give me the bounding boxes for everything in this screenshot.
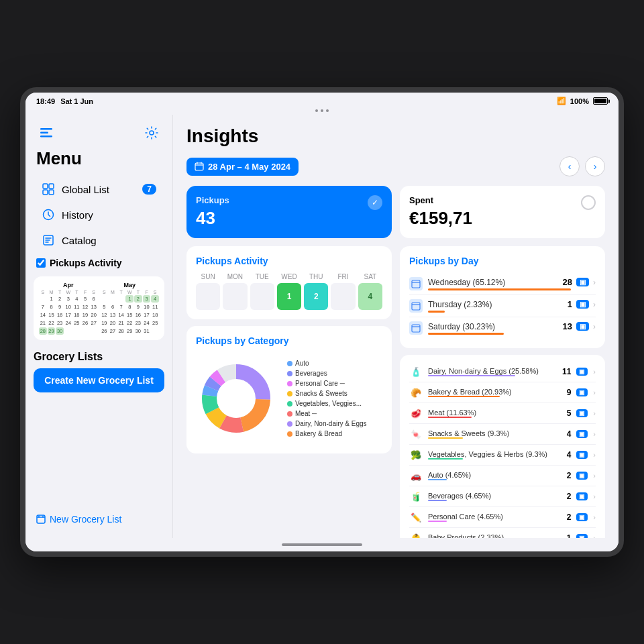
vegetables-badge: ▣ <box>576 451 588 459</box>
auto-name: Auto (4.65%) <box>428 471 552 479</box>
auto-count: 2 <box>557 471 571 480</box>
meat-count: 5 <box>557 409 571 418</box>
week-day-thu: THU 2 <box>304 273 328 310</box>
cat-row-snacks[interactable]: 🍬 Snacks & Sweets (9.3%) 4 ▣ › <box>409 424 596 445</box>
cat-row-personal-care[interactable]: ✏️ Personal Care (4.65%) 2 ▣ › <box>409 507 596 528</box>
day-row-saturday[interactable]: Saturday (30.23%) 13 ▣ › <box>409 317 596 339</box>
thursday-name: Thursday (2.33%) <box>428 300 552 309</box>
calendar-widget: Apr SMTWTFS 123456 78910111213 141516171… <box>34 276 164 340</box>
status-bar: 18:49 Sat 1 Jun 📶 100% <box>25 93 619 109</box>
dairy-bar <box>428 375 515 376</box>
cat-row-meat[interactable]: 🥩 Meat (11.63%) 5 ▣ › <box>409 403 596 424</box>
meat-chevron: › <box>593 409 596 417</box>
spent-stat-title: Spent <box>409 195 596 205</box>
vegetables-bar <box>428 458 463 460</box>
status-date: Sat 1 Jun <box>60 97 93 105</box>
legend-snacks: Snacks & Sweets <box>287 390 367 397</box>
thursday-badge: ▣ <box>576 300 589 309</box>
bakery-count: 9 <box>557 388 571 397</box>
new-grocery-list-link[interactable]: New Grocery List <box>25 508 172 530</box>
prev-period-button[interactable]: ‹ <box>559 156 580 176</box>
week-day-wed: WED 1 <box>277 273 301 310</box>
spent-circle-icon <box>581 195 596 210</box>
next-period-button[interactable]: › <box>585 156 605 176</box>
pickups-stat-title: Pickups <box>196 195 382 205</box>
pickups-activity-title: Pickups Activity <box>196 256 382 266</box>
main-content: Insights 28 Apr – 4 May 2024 ‹ › <box>173 115 619 538</box>
bakery-chevron: › <box>593 388 596 396</box>
pickups-activity-card: Pickups Activity SUN MON TUE <box>186 246 392 319</box>
cat-row-beverages[interactable]: 🧃 Beverages (4.65%) 2 ▣ › <box>409 486 596 507</box>
svg-rect-24 <box>412 325 420 332</box>
settings-icon[interactable] <box>142 123 162 143</box>
calendar-checkbox[interactable] <box>36 258 46 268</box>
date-range-text: 28 Apr – 4 May 2024 <box>208 162 290 172</box>
wednesday-icon <box>409 277 423 290</box>
day-row-wednesday[interactable]: Wednesday (65.12%) 28 ▣ › <box>409 273 596 295</box>
beverages-count: 2 <box>557 492 571 501</box>
legend-auto: Auto <box>287 360 367 367</box>
global-list-icon <box>42 182 55 196</box>
new-grocery-list-label: New Grocery List <box>50 514 121 525</box>
beverages-icon: 🧃 <box>409 490 423 503</box>
dairy-chevron: › <box>593 368 596 376</box>
day-row-thursday[interactable]: Thursday (2.33%) 1 ▣ › <box>409 295 596 317</box>
pickups-by-day-card: Pickups by Day Wednesday (65.12%) 28 ▣ <box>400 246 605 348</box>
meat-bar <box>428 417 472 418</box>
bakery-badge: ▣ <box>576 388 588 396</box>
baby-icon: 👶 <box>409 531 423 538</box>
pickups-stat-card: Pickups 43 ✓ <box>186 186 392 238</box>
new-grocery-list-icon <box>36 515 46 524</box>
cat-row-bakery[interactable]: 🥐 Bakery & Bread (20.93%) 9 ▣ › <box>409 382 596 403</box>
sidebar-item-catalog[interactable]: Catalog <box>31 228 167 252</box>
personal-care-badge: ▣ <box>576 513 588 521</box>
sidebar-toggle-button[interactable] <box>36 123 56 143</box>
calendar-icon <box>195 162 204 171</box>
auto-icon: 🚗 <box>409 469 423 482</box>
cat-row-vegetables[interactable]: 🥦 Vegetables, Veggies & Herbs (9.3%) 4 ▣… <box>409 445 596 466</box>
grocery-section: Grocery Lists Create New Grocery List <box>25 345 172 398</box>
svg-rect-23 <box>412 303 420 310</box>
auto-bar <box>428 479 447 480</box>
cat-row-baby[interactable]: 👶 Baby Products (2.33%) 1 ▣ › <box>409 528 596 538</box>
global-list-label: Global List <box>62 184 136 195</box>
cat-row-dairy[interactable]: 🧴 Dairy, Non-dairy & Eggs (25.58%) 11 ▣ … <box>409 362 596 382</box>
legend-dairy: Dairy, Non-dairy & Eggs <box>287 420 367 427</box>
svg-rect-7 <box>49 190 54 195</box>
personal-care-icon: ✏️ <box>409 511 423 524</box>
sidebar-item-global-list[interactable]: Global List 7 <box>31 177 167 201</box>
history-label: History <box>62 209 156 221</box>
pickups-stat-value: 43 <box>196 208 382 229</box>
wednesday-count: 28 <box>556 277 572 287</box>
personal-care-bar <box>428 521 447 522</box>
personal-care-chevron: › <box>593 513 596 521</box>
dairy-name: Dairy, Non-dairy & Eggs (25.58%) <box>428 367 552 375</box>
wifi-icon: 📶 <box>557 97 566 105</box>
personal-care-name: Personal Care (4.65%) <box>428 513 552 521</box>
saturday-name: Saturday (30.23%) <box>428 322 552 331</box>
dairy-icon: 🧴 <box>409 365 423 378</box>
calendar-section-header: Pickups Activity <box>25 254 172 271</box>
dairy-badge: ▣ <box>576 368 588 376</box>
pickups-by-category-title: Pickups by Category <box>196 335 382 346</box>
svg-rect-11 <box>195 163 203 170</box>
sidebar-item-history[interactable]: History <box>31 203 167 227</box>
create-grocery-list-button[interactable]: Create New Grocery List <box>34 368 164 392</box>
svg-rect-10 <box>37 515 45 523</box>
cat-row-auto[interactable]: 🚗 Auto (4.65%) 2 ▣ › <box>409 466 596 486</box>
snacks-bar <box>428 437 463 439</box>
bakery-icon: 🥐 <box>409 386 423 399</box>
svg-rect-6 <box>43 190 48 195</box>
pickups-by-category-card: Pickups by Category <box>186 326 392 453</box>
wednesday-bar <box>428 288 571 290</box>
legend-meat: Meat ─ <box>287 410 367 417</box>
saturday-icon <box>409 321 423 335</box>
personal-care-count: 2 <box>557 513 571 522</box>
wednesday-name: Wednesday (65.12%) <box>428 278 552 287</box>
beverages-chevron: › <box>593 492 596 500</box>
battery-icon <box>593 97 608 105</box>
spent-stat-card: Spent €159,71 <box>400 186 605 238</box>
calendar-section-title: Pickups Activity <box>50 258 122 268</box>
snacks-count: 4 <box>557 429 571 439</box>
thursday-chevron: › <box>593 300 596 309</box>
